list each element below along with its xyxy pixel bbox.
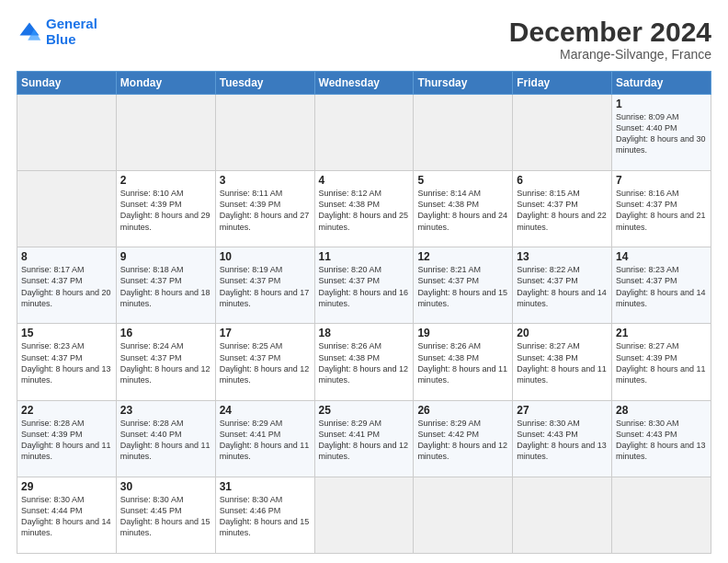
day-number: 7 — [616, 174, 707, 187]
calendar-cell: 18Sunrise: 8:26 AMSunset: 4:38 PMDayligh… — [314, 324, 414, 400]
cell-info: Sunrise: 8:21 AMSunset: 4:37 PMDaylight:… — [417, 265, 507, 307]
day-number: 8 — [21, 250, 112, 263]
calendar-cell: 11Sunrise: 8:20 AMSunset: 4:37 PMDayligh… — [314, 247, 414, 324]
calendar-cell: 31Sunrise: 8:30 AMSunset: 4:46 PMDayligh… — [215, 477, 314, 553]
header: General Blue December 2024 Marange-Silva… — [17, 17, 711, 62]
day-number: 16 — [120, 327, 211, 339]
cell-info: Sunrise: 8:30 AMSunset: 4:45 PMDaylight:… — [120, 495, 210, 537]
day-number: 13 — [517, 250, 608, 263]
calendar-cell — [513, 95, 612, 171]
calendar-week-1: 2Sunrise: 8:10 AMSunset: 4:39 PMDaylight… — [17, 171, 711, 247]
cell-info: Sunrise: 8:26 AMSunset: 4:38 PMDaylight:… — [319, 341, 409, 384]
calendar-cell — [612, 477, 711, 553]
col-header-tuesday: Tuesday — [215, 72, 314, 95]
cell-info: Sunrise: 8:23 AMSunset: 4:37 PMDaylight:… — [21, 341, 111, 384]
cell-info: Sunrise: 8:30 AMSunset: 4:46 PMDaylight:… — [220, 495, 310, 537]
calendar-header-row: SundayMondayTuesdayWednesdayThursdayFrid… — [17, 72, 711, 95]
calendar-cell: 24Sunrise: 8:29 AMSunset: 4:41 PMDayligh… — [215, 400, 314, 477]
calendar-cell: 4Sunrise: 8:12 AMSunset: 4:38 PMDaylight… — [314, 171, 414, 247]
calendar-cell: 9Sunrise: 8:18 AMSunset: 4:37 PMDaylight… — [116, 247, 215, 324]
calendar-cell: 10Sunrise: 8:19 AMSunset: 4:37 PMDayligh… — [215, 247, 314, 324]
day-number: 27 — [517, 404, 608, 417]
col-header-monday: Monday — [116, 72, 215, 95]
logo-line2: Blue — [46, 31, 76, 47]
calendar-cell: 7Sunrise: 8:16 AMSunset: 4:37 PMDaylight… — [612, 171, 711, 247]
logo-text: General Blue — [46, 17, 97, 47]
cell-info: Sunrise: 8:24 AMSunset: 4:37 PMDaylight:… — [120, 341, 210, 384]
calendar-cell — [17, 95, 117, 171]
day-number: 15 — [21, 327, 112, 339]
title-block: December 2024 Marange-Silvange, France — [509, 17, 711, 62]
cell-info: Sunrise: 8:20 AMSunset: 4:37 PMDaylight:… — [319, 265, 409, 307]
day-number: 28 — [616, 404, 707, 417]
day-number: 11 — [319, 250, 410, 263]
calendar-cell: 30Sunrise: 8:30 AMSunset: 4:45 PMDayligh… — [116, 477, 215, 553]
cell-info: Sunrise: 8:29 AMSunset: 4:42 PMDaylight:… — [417, 419, 507, 461]
cell-info: Sunrise: 8:29 AMSunset: 4:41 PMDaylight:… — [319, 419, 409, 461]
calendar-table: SundayMondayTuesdayWednesdayThursdayFrid… — [17, 71, 711, 554]
logo-icon — [17, 19, 42, 45]
cell-info: Sunrise: 8:16 AMSunset: 4:37 PMDaylight:… — [616, 189, 706, 231]
calendar-week-0: 1Sunrise: 8:09 AMSunset: 4:40 PMDaylight… — [17, 95, 711, 171]
cell-info: Sunrise: 8:30 AMSunset: 4:43 PMDaylight:… — [616, 419, 706, 461]
calendar-cell: 20Sunrise: 8:27 AMSunset: 4:38 PMDayligh… — [513, 324, 612, 400]
calendar-cell — [314, 477, 414, 553]
calendar-week-5: 29Sunrise: 8:30 AMSunset: 4:44 PMDayligh… — [17, 477, 711, 553]
col-header-sunday: Sunday — [17, 72, 117, 95]
calendar-cell — [414, 95, 513, 171]
calendar-cell: 22Sunrise: 8:28 AMSunset: 4:39 PMDayligh… — [17, 400, 117, 477]
day-number: 24 — [220, 404, 311, 417]
cell-info: Sunrise: 8:25 AMSunset: 4:37 PMDaylight:… — [220, 341, 310, 384]
day-number: 18 — [319, 327, 410, 339]
calendar-cell: 17Sunrise: 8:25 AMSunset: 4:37 PMDayligh… — [215, 324, 314, 400]
day-number: 2 — [120, 174, 211, 187]
day-number: 1 — [616, 98, 707, 110]
day-number: 29 — [21, 480, 112, 493]
day-number: 22 — [21, 404, 112, 417]
day-number: 6 — [517, 174, 608, 187]
calendar-cell: 8Sunrise: 8:17 AMSunset: 4:37 PMDaylight… — [17, 247, 117, 324]
cell-info: Sunrise: 8:28 AMSunset: 4:39 PMDaylight:… — [21, 419, 111, 461]
cell-info: Sunrise: 8:27 AMSunset: 4:38 PMDaylight:… — [517, 341, 607, 384]
day-number: 30 — [120, 480, 211, 493]
subtitle: Marange-Silvange, France — [509, 47, 711, 62]
calendar-cell — [314, 95, 414, 171]
logo: General Blue — [17, 17, 97, 47]
cell-info: Sunrise: 8:18 AMSunset: 4:37 PMDaylight:… — [120, 265, 210, 307]
cell-info: Sunrise: 8:29 AMSunset: 4:41 PMDaylight:… — [220, 419, 310, 461]
col-header-saturday: Saturday — [612, 72, 711, 95]
calendar-cell: 13Sunrise: 8:22 AMSunset: 4:37 PMDayligh… — [513, 247, 612, 324]
cell-info: Sunrise: 8:28 AMSunset: 4:40 PMDaylight:… — [120, 419, 210, 461]
day-number: 3 — [220, 174, 311, 187]
calendar-cell — [17, 171, 117, 247]
calendar-cell — [215, 95, 314, 171]
calendar-cell: 21Sunrise: 8:27 AMSunset: 4:39 PMDayligh… — [612, 324, 711, 400]
cell-info: Sunrise: 8:14 AMSunset: 4:38 PMDaylight:… — [417, 189, 507, 231]
cell-info: Sunrise: 8:12 AMSunset: 4:38 PMDaylight:… — [319, 189, 409, 231]
calendar-cell: 26Sunrise: 8:29 AMSunset: 4:42 PMDayligh… — [414, 400, 513, 477]
col-header-wednesday: Wednesday — [314, 72, 414, 95]
day-number: 9 — [120, 250, 211, 263]
col-header-friday: Friday — [513, 72, 612, 95]
logo-line1: General — [46, 16, 97, 31]
cell-info: Sunrise: 8:19 AMSunset: 4:37 PMDaylight:… — [220, 265, 310, 307]
day-number: 26 — [417, 404, 508, 417]
col-header-thursday: Thursday — [414, 72, 513, 95]
calendar-cell: 23Sunrise: 8:28 AMSunset: 4:40 PMDayligh… — [116, 400, 215, 477]
day-number: 4 — [319, 174, 410, 187]
calendar-week-2: 8Sunrise: 8:17 AMSunset: 4:37 PMDaylight… — [17, 247, 711, 324]
calendar-cell: 6Sunrise: 8:15 AMSunset: 4:37 PMDaylight… — [513, 171, 612, 247]
calendar-cell: 29Sunrise: 8:30 AMSunset: 4:44 PMDayligh… — [17, 477, 117, 553]
day-number: 5 — [417, 174, 508, 187]
calendar-cell: 28Sunrise: 8:30 AMSunset: 4:43 PMDayligh… — [612, 400, 711, 477]
calendar-cell: 15Sunrise: 8:23 AMSunset: 4:37 PMDayligh… — [17, 324, 117, 400]
cell-info: Sunrise: 8:09 AMSunset: 4:40 PMDaylight:… — [616, 112, 706, 155]
calendar-cell: 5Sunrise: 8:14 AMSunset: 4:38 PMDaylight… — [414, 171, 513, 247]
day-number: 21 — [616, 327, 707, 339]
day-number: 19 — [417, 327, 508, 339]
cell-info: Sunrise: 8:27 AMSunset: 4:39 PMDaylight:… — [616, 341, 706, 384]
cell-info: Sunrise: 8:30 AMSunset: 4:43 PMDaylight:… — [517, 419, 607, 461]
cell-info: Sunrise: 8:10 AMSunset: 4:39 PMDaylight:… — [120, 189, 210, 231]
cell-info: Sunrise: 8:30 AMSunset: 4:44 PMDaylight:… — [21, 495, 111, 537]
day-number: 31 — [220, 480, 311, 493]
